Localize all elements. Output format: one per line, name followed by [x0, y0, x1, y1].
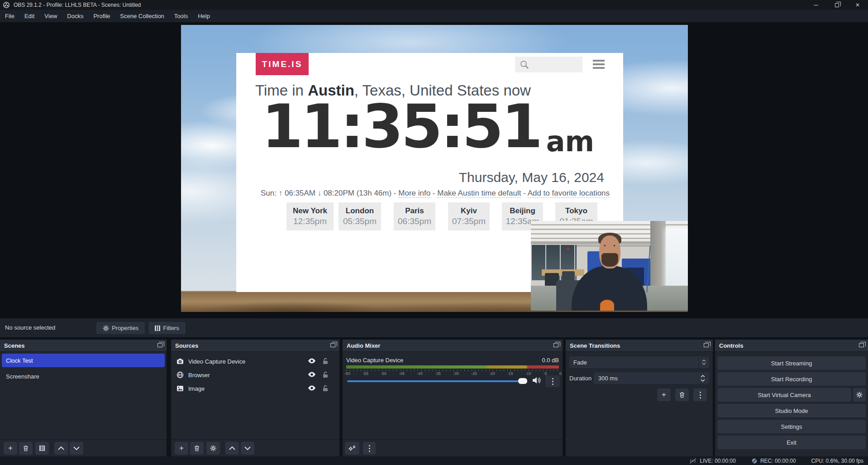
scene-preview[interactable]: TIME.IS Time in Austin, Texas, United St… — [181, 25, 688, 312]
unlock-icon[interactable] — [322, 358, 329, 364]
popout-icon[interactable] — [330, 343, 335, 347]
advanced-audio-button[interactable] — [345, 442, 359, 455]
title-bar: OBS 29.1.2 - Profile: LLHLS BETA - Scene… — [0, 0, 868, 10]
sun-info-line: Sun: ↑ 06:35AM ↓ 08:20PM (13h 46m) - Mor… — [261, 189, 605, 198]
scenes-header: Scenes — [0, 340, 167, 352]
trash-icon — [23, 445, 29, 451]
sources-header: Sources — [171, 340, 339, 352]
move-scene-up-button[interactable] — [54, 442, 68, 455]
video-capture-source-webcam — [531, 221, 688, 311]
window-title: OBS 29.1.2 - Profile: LLHLS BETA - Scene… — [14, 2, 141, 8]
clock-meridiem: am — [546, 128, 594, 156]
hamburger-menu-icon[interactable] — [593, 60, 605, 69]
start-recording-button[interactable]: Start Recording — [717, 372, 866, 386]
studio-mode-button[interactable]: Studio Mode — [717, 404, 866, 417]
volume-slider-handle[interactable] — [518, 378, 527, 384]
visibility-eye-icon[interactable] — [308, 358, 316, 364]
popout-icon[interactable] — [553, 343, 558, 347]
move-source-down-button[interactable] — [241, 442, 254, 455]
add-favorite-link[interactable]: Add to favorite locations — [528, 189, 610, 198]
popout-icon[interactable] — [859, 343, 864, 347]
start-virtual-camera-button[interactable]: Start Virtual Camera — [717, 388, 851, 402]
remove-source-button[interactable] — [190, 442, 204, 455]
chevron-down-icon — [702, 363, 706, 365]
mixer-menu-button[interactable] — [363, 442, 376, 455]
restore-button[interactable] — [826, 0, 847, 10]
remove-transition-button[interactable] — [675, 388, 689, 401]
unlock-icon[interactable] — [322, 385, 329, 392]
transition-options-button[interactable] — [693, 388, 707, 401]
scenes-panel: Scenes Clock Test Screenshare + — [0, 340, 167, 456]
filters-button[interactable]: Filters — [148, 322, 186, 334]
source-row-image[interactable]: Image — [171, 382, 339, 395]
menu-file[interactable]: File — [0, 10, 19, 22]
popout-icon[interactable] — [157, 343, 162, 347]
city-box-paris[interactable]: Paris 06:35pm — [394, 202, 435, 230]
source-properties-button[interactable] — [206, 442, 220, 455]
menu-docks[interactable]: Docks — [62, 10, 88, 22]
exit-button[interactable]: Exit — [717, 436, 866, 449]
close-icon: ✕ — [855, 2, 860, 8]
audio-mixer-header: Audio Mixer — [343, 340, 563, 352]
scene-item-screenshare[interactable]: Screenshare — [2, 369, 165, 383]
obs-window: OBS 29.1.2 - Profile: LLHLS BETA - Scene… — [0, 0, 868, 465]
remove-scene-button[interactable] — [19, 442, 33, 455]
trash-icon — [194, 445, 200, 451]
date-line: Thursday, May 16, 2024 — [459, 170, 604, 185]
scene-item-clock-test[interactable]: Clock Test — [2, 354, 165, 367]
chevron-up-icon — [701, 375, 705, 378]
dock-area: Scenes Clock Test Screenshare + — [0, 340, 868, 456]
properties-button[interactable]: Properties — [96, 322, 145, 334]
scene-filters-button[interactable] — [35, 442, 49, 455]
make-default-link[interactable]: Make Austin time default — [437, 189, 521, 198]
city-box-london[interactable]: London 05:35pm — [339, 202, 381, 230]
volume-slider[interactable] — [347, 380, 526, 382]
minimize-button[interactable] — [806, 0, 826, 10]
source-row-browser[interactable]: Browser — [171, 368, 339, 382]
menu-tools[interactable]: Tools — [169, 10, 193, 22]
start-streaming-button[interactable]: Start Streaming — [717, 356, 866, 370]
plus-icon: + — [179, 444, 184, 453]
settings-button[interactable]: Settings — [717, 420, 866, 433]
transition-select[interactable]: Fade — [569, 356, 709, 368]
search-input[interactable] — [515, 57, 582, 72]
add-source-button[interactable]: + — [175, 442, 188, 455]
audio-mixer-toolbar — [343, 439, 563, 456]
gear-icon — [856, 392, 863, 398]
gear-icon — [210, 445, 216, 451]
sun-times: Sun: ↑ 06:35AM ↓ 08:20PM (13h 46m) - — [261, 189, 398, 197]
popout-icon[interactable] — [704, 343, 709, 347]
unlock-icon[interactable] — [322, 371, 329, 378]
add-transition-button[interactable]: + — [657, 388, 671, 401]
sources-panel: Sources Video Capture Device — [171, 340, 339, 456]
select-arrows — [698, 356, 709, 368]
controls-panel: Controls Start Streaming Start Recording… — [715, 340, 868, 456]
spinbox-arrows[interactable] — [698, 372, 707, 384]
city-box-kyiv[interactable]: Kyiv 07:35pm — [448, 202, 490, 230]
no-source-selected-label: No source selected — [5, 324, 55, 331]
gear-icon — [103, 325, 109, 331]
menu-help[interactable]: Help — [193, 10, 215, 22]
menu-view[interactable]: View — [39, 10, 62, 22]
duration-input[interactable]: 300 ms — [594, 372, 709, 384]
move-scene-down-button[interactable] — [70, 442, 83, 455]
close-button[interactable]: ✕ — [847, 0, 868, 10]
city-box-new-york[interactable]: New York 12:35pm — [286, 202, 334, 230]
move-source-up-button[interactable] — [225, 442, 239, 455]
more-info-link[interactable]: More info — [398, 189, 430, 198]
scene-transitions-header: Scene Transitions — [566, 340, 713, 352]
add-scene-button[interactable]: + — [4, 442, 17, 455]
virtual-camera-config-button[interactable] — [853, 388, 866, 402]
speaker-icon[interactable] — [532, 376, 541, 384]
dots-vertical-icon — [369, 445, 370, 452]
visibility-eye-icon[interactable] — [308, 385, 316, 391]
mixer-options-button[interactable] — [545, 375, 560, 387]
sources-toolbar: + — [171, 439, 339, 456]
menu-scene-collection[interactable]: Scene Collection — [115, 10, 169, 22]
menu-profile[interactable]: Profile — [88, 10, 115, 22]
controls-header: Controls — [715, 340, 868, 352]
source-row-video-capture[interactable]: Video Capture Device — [171, 355, 339, 368]
menu-edit[interactable]: Edit — [19, 10, 39, 22]
camera-icon — [176, 358, 184, 365]
visibility-eye-icon[interactable] — [308, 371, 316, 378]
